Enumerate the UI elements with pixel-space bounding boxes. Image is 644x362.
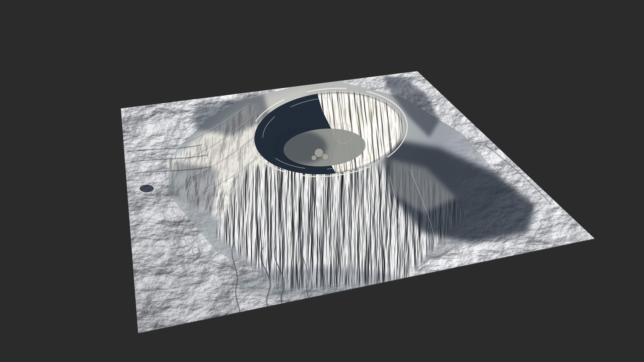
plain-depression [140, 185, 154, 192]
crater-floor-shadow [277, 131, 327, 164]
lava-dome [322, 154, 328, 160]
render-viewport [0, 0, 644, 362]
lava-dome [314, 148, 323, 157]
lava-dome [312, 155, 316, 160]
terrain-render-canvas [0, 0, 644, 362]
